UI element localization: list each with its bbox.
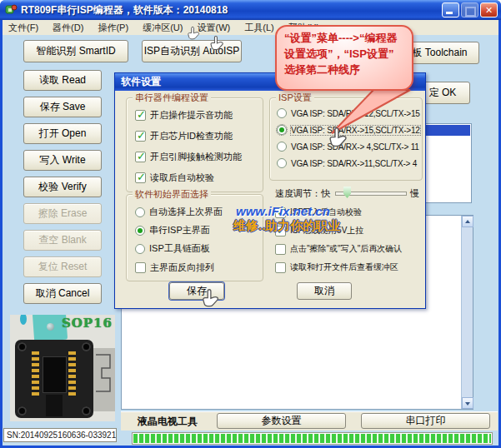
checkbox-pin-contact[interactable]: 开启引脚接触检测功能 — [135, 151, 242, 163]
log-scrollbar[interactable] — [461, 216, 473, 409]
ui-group-title: 软件初始界面选择 — [133, 188, 211, 201]
slider-thumb[interactable] — [343, 187, 351, 198]
serial-print-button[interactable]: 串口打印 — [361, 413, 490, 429]
probe-pin — [20, 315, 27, 325]
app-window: RT809F串行ISP编程器，软件版本：20140818 ✕ 文件(F) 器件(… — [0, 0, 501, 448]
serial-group: 串行器件编程设置 开启操作提示音功能 开启芯片ID检查功能 开启引脚接触检测功能… — [126, 97, 263, 192]
checkbox-verify-after-read[interactable]: 读取后自动校验 — [135, 172, 214, 184]
menu-bar: 文件(F) 器件(D) 操作(P) 缓冲区(U) 设置(W) 工具(L) 帮助(… — [3, 20, 498, 36]
lcd-tv-tools-button[interactable]: 液晶电视工具 — [138, 415, 198, 429]
hand-cursor-icon — [186, 26, 202, 45]
radio-icon[interactable] — [277, 158, 287, 168]
serial-number: SN:20140925160636-033921 — [3, 428, 117, 442]
watermark-slogan: 维修..助力你的职业 — [233, 218, 340, 234]
close-button[interactable]: ✕ — [480, 2, 498, 17]
hand-cursor-icon — [200, 288, 222, 313]
progress-fill — [133, 434, 491, 443]
checkbox-confirm-erase-write[interactable]: 点击"擦除"或"写入"后再次确认 — [275, 243, 402, 255]
annotation-callout: “设置”菜单---->“编程器设置选项”，“ISP设置”选择第二种线序 — [275, 25, 413, 91]
chip — [43, 356, 67, 393]
checkbox-icon[interactable] — [135, 172, 146, 183]
erase-button: 擦除 Erase — [23, 203, 102, 224]
checkbox-icon[interactable] — [135, 262, 146, 273]
menu-tools[interactable]: 工具(L) — [238, 20, 279, 34]
radio-serial-isp-ui[interactable]: 串行ISP主界面 — [135, 224, 210, 236]
checkbox-icon[interactable] — [275, 262, 286, 273]
checkbox-icon[interactable] — [135, 110, 146, 121]
slow-label: 慢 — [410, 187, 419, 200]
isp-group-title: ISP设置 — [276, 92, 314, 104]
minimize-button[interactable] — [442, 2, 459, 17]
speed-adjust: 速度调节：快 慢 — [275, 187, 419, 200]
menu-operation[interactable]: 操作(P) — [92, 20, 134, 34]
radio-isp-wiring-4[interactable]: VGA ISP: SDA/RX->11,SCL/TX-> 4 — [277, 158, 417, 168]
radio-icon[interactable] — [135, 207, 145, 217]
app-icon — [5, 3, 18, 19]
reset-button: 复位 Reset — [23, 256, 102, 277]
open-button[interactable]: 打开 Open — [23, 123, 102, 144]
socket-lever — [46, 395, 63, 416]
radio-toolchain-ui[interactable]: ISP工具链面板 — [135, 242, 210, 255]
sop16-label: SOP16 — [62, 316, 113, 331]
checkbox-icon[interactable] — [275, 244, 286, 255]
checkbox-view-buffer[interactable]: 读取和打开文件后查看缓冲区 — [275, 261, 398, 273]
dialog-cancel-button[interactable]: 取消 — [297, 282, 352, 300]
cancel-button[interactable]: 取消 Cancel — [23, 283, 102, 304]
checkbox-chip-id[interactable]: 开启芯片ID检查功能 — [135, 130, 233, 142]
radio-icon[interactable] — [135, 244, 145, 254]
sop16-photo: SOP16 — [10, 315, 115, 421]
speed-label: 速度调节：快 — [275, 187, 330, 200]
hand-cursor-icon — [208, 35, 226, 56]
verify-button[interactable]: 校验 Verify — [23, 177, 102, 197]
hand-cursor-icon — [327, 127, 350, 153]
menu-buffer[interactable]: 缓冲区(U) — [137, 20, 188, 34]
checkbox-icon[interactable] — [135, 131, 146, 142]
title-bar: RT809F串行ISP编程器，软件版本：20140818 ✕ — [0, 0, 501, 20]
socket — [15, 340, 93, 418]
adapter-base — [93, 348, 115, 411]
scroll-down-icon[interactable] — [462, 397, 473, 409]
write-button[interactable]: 写入 Write — [23, 150, 102, 171]
serial-group-title: 串行器件编程设置 — [133, 92, 211, 104]
maximize-button — [461, 2, 478, 17]
checkbox-beep[interactable]: 开启操作提示音功能 — [135, 109, 233, 122]
radio-icon[interactable] — [277, 142, 287, 152]
radio-icon[interactable] — [277, 108, 287, 118]
checkbox-icon[interactable] — [135, 152, 146, 162]
radio-icon[interactable] — [135, 226, 145, 236]
watermark-url: www.iFix.net.cn — [236, 204, 330, 218]
param-settings-button[interactable]: 参数设置 — [217, 413, 346, 429]
radio-icon[interactable] — [277, 125, 287, 135]
speed-slider[interactable] — [335, 187, 405, 200]
save-button[interactable]: 保存 Save — [23, 97, 102, 117]
read-button[interactable]: 读取 Read — [23, 70, 102, 91]
scroll-up-icon[interactable] — [462, 216, 473, 227]
smart-id-button[interactable]: 智能识别 SmartID — [23, 40, 128, 62]
menu-file[interactable]: 文件(F) — [3, 20, 44, 34]
window-title: RT809F串行ISP编程器，软件版本：20140818 — [21, 3, 228, 17]
screw — [47, 323, 54, 331]
menu-device[interactable]: 器件(D) — [47, 20, 89, 34]
checkbox-reverse-layout[interactable]: 主界面反向排列 — [135, 261, 214, 274]
blank-button: 查空 Blank — [23, 230, 102, 251]
progress-bar — [132, 432, 493, 445]
radio-last-ui[interactable]: 自动选择上次界面 — [135, 206, 223, 218]
